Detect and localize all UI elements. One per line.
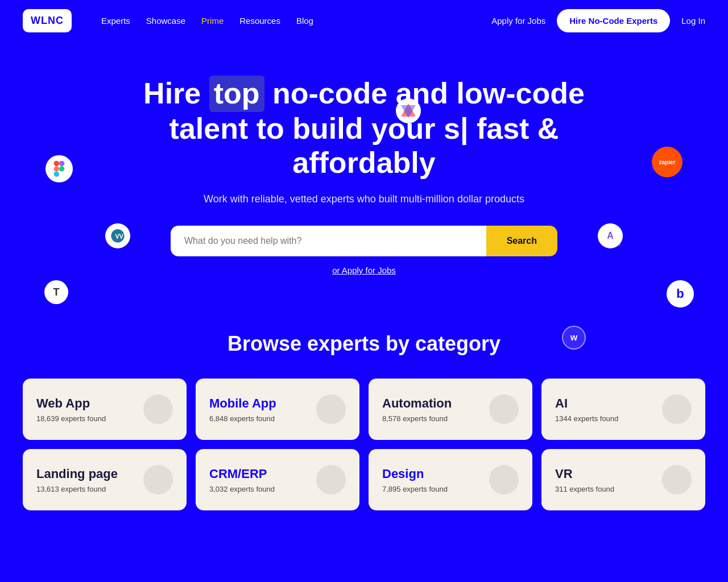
search-bar: Search [171,226,557,256]
multicolor-icon [396,98,421,123]
category-card[interactable]: Landing page 13,613 experts found [23,449,187,510]
hero-highlight: top [209,76,264,112]
category-icon [316,465,346,494]
category-name: Automation [382,396,452,411]
categories-grid: Web App 18,639 experts found Mobile App … [23,379,705,510]
svg-rect-2 [54,172,59,177]
category-card[interactable]: Web App 18,639 experts found [23,379,187,440]
wordpress-icon [105,223,130,248]
category-count: 7,895 experts found [382,485,448,493]
category-info: Design 7,895 experts found [382,467,448,493]
nav-apply-jobs[interactable]: Apply for Jobs [491,16,545,26]
apply-for-jobs-link[interactable]: or Apply for Jobs [23,265,705,275]
browse-title: Browse experts by category [23,332,705,356]
category-info: VR 311 experts found [555,467,614,493]
nav-experts[interactable]: Experts [101,16,130,26]
category-icon [143,465,173,494]
category-info: Mobile App 6,848 experts found [209,396,276,423]
category-name: CRM/ERP [209,467,275,481]
category-count: 6,848 experts found [209,414,276,423]
nav-prime[interactable]: Prime [201,16,224,26]
figma-icon [46,155,73,182]
category-name: Design [382,467,448,481]
category-count: 1344 experts found [555,414,618,423]
category-icon [489,465,519,494]
category-icon [662,465,692,494]
search-input[interactable] [171,226,486,256]
category-name: VR [555,467,614,481]
nav-blog[interactable]: Blog [296,16,313,26]
category-info: Landing page 13,613 experts found [36,467,118,493]
category-card[interactable]: VR 311 experts found [541,449,705,510]
svg-rect-1 [54,166,59,171]
browse-section: Browse experts by category Web App 18,63… [0,309,728,544]
svg-point-4 [59,166,64,171]
category-name: Web App [36,396,106,411]
category-count: 18,639 experts found [36,414,106,423]
hero-section: zapier A i T b w Hire top no-code and lo… [0,41,728,309]
hero-subtitle: Work with reliable, vetted experts who b… [23,193,705,205]
zapier-icon: zapier [652,147,682,177]
category-card[interactable]: AI 1344 experts found [541,379,705,440]
category-name: Landing page [36,467,118,481]
nav-showcase[interactable]: Showcase [146,16,185,26]
category-icon [143,394,173,424]
adalo-icon: A i [598,223,623,248]
nav-resources[interactable]: Resources [239,16,280,26]
svg-rect-0 [54,161,59,166]
category-info: Web App 18,639 experts found [36,396,106,423]
logo[interactable]: WLNC [23,9,72,32]
category-count: 3,032 experts found [209,485,275,493]
nav-links: Experts Showcase Prime Resources Blog [101,16,313,26]
svg-rect-3 [59,161,64,166]
category-card[interactable]: Design 7,895 experts found [369,449,532,510]
category-card[interactable]: CRM/ERP 3,032 experts found [196,449,359,510]
category-info: Automation 8,578 experts found [382,396,452,423]
category-name: AI [555,396,618,411]
category-card[interactable]: Mobile App 6,848 experts found [196,379,359,440]
category-icon [662,394,692,424]
tt-icon: T [44,280,68,304]
navbar: WLNC Experts Showcase Prime Resources Bl… [0,0,728,41]
category-count: 8,578 experts found [382,414,452,423]
category-icon [489,394,519,424]
category-card[interactable]: Automation 8,578 experts found [369,379,532,440]
category-count: 311 experts found [555,485,614,493]
category-name: Mobile App [209,396,276,411]
nav-login[interactable]: Log In [681,16,705,26]
bubble-icon: b [667,280,694,307]
hire-experts-button[interactable]: Hire No-Code Experts [557,9,670,32]
category-info: CRM/ERP 3,032 experts found [209,467,275,493]
category-info: AI 1344 experts found [555,396,618,423]
webflow-icon: w [562,326,586,350]
hero-headline: Hire top no-code and low-code talent to … [108,76,620,180]
nav-right: Apply for Jobs Hire No-Code Experts Log … [491,9,705,32]
category-icon [316,394,346,424]
search-button[interactable]: Search [486,226,557,256]
category-count: 13,613 experts found [36,485,118,493]
